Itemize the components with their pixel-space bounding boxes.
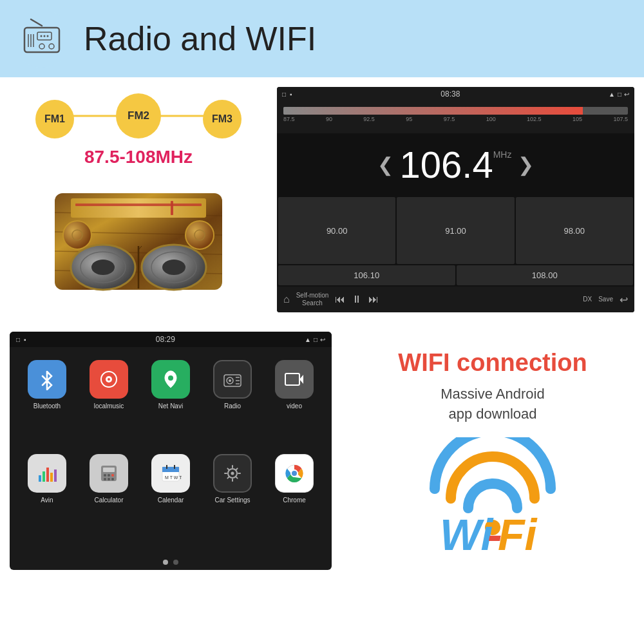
- status-right: ▲ □ ↩: [609, 91, 629, 98]
- preset-2[interactable]: 91.00: [397, 197, 514, 264]
- freq-next-arrow[interactable]: ❯: [518, 153, 534, 176]
- netnavi-label: Net Navi: [158, 402, 183, 410]
- localmusic-label: localmusic: [94, 402, 124, 410]
- android-wifi-icon: ▲: [305, 336, 311, 343]
- avin-label: Avin: [41, 497, 53, 504]
- svg-point-6: [41, 35, 43, 37]
- status-rect-icon: ▪: [290, 91, 292, 98]
- fm-section: FM1 FM2 FM3 87.5-108MHz: [0, 77, 277, 322]
- freq-indicator: [581, 107, 583, 115]
- fm3-bubble: FM3: [203, 100, 242, 138]
- home-button[interactable]: ⌂: [283, 294, 290, 305]
- svg-point-19: [63, 221, 91, 249]
- svg-line-0: [31, 19, 42, 26]
- calculator-icon: [90, 454, 128, 493]
- svg-rect-45: [46, 468, 49, 482]
- calendar-label: Calendar: [158, 497, 184, 504]
- svg-point-7: [44, 35, 46, 37]
- window-icon: □: [618, 91, 621, 98]
- wifi-title: WIFI connection: [398, 348, 587, 378]
- radio-ui-screen: □ ▪ 08:38 ▲ □ ↩ 87.5 90 92.5 95 97.5 1: [277, 87, 634, 312]
- app-item-chrome[interactable]: Chrome: [267, 454, 322, 542]
- status-time: 08:38: [440, 90, 460, 99]
- svg-rect-44: [43, 471, 45, 482]
- android-rect-icon: ▪: [24, 336, 26, 343]
- carsettings-icon: [213, 454, 252, 493]
- svg-point-52: [111, 474, 114, 477]
- app-item-carsettings[interactable]: Car Settings: [205, 454, 260, 542]
- app-item-calendar[interactable]: M T W T Calendar: [143, 454, 198, 542]
- app-item-localmusic[interactable]: localmusic: [81, 360, 137, 448]
- svg-rect-49: [103, 468, 115, 472]
- svg-point-53: [104, 478, 106, 480]
- frequency-display: ❮ 106.4 MHz ❯: [277, 133, 634, 196]
- dx-button[interactable]: DX: [583, 296, 592, 303]
- wifi-section: WIFI connection Massive Android app down…: [341, 322, 644, 580]
- svg-point-55: [111, 478, 114, 480]
- svg-point-51: [108, 474, 110, 477]
- freq-fill: [283, 107, 583, 115]
- control-bar: ⌂ Self-motionSearch ⏮ ⏸ ⏭ DX Save ↩: [277, 287, 634, 312]
- bottom-section: □ ▪ 08:29 ▲ □ ↩ Bluetooth: [0, 322, 644, 580]
- svg-text:Wi: Wi: [440, 510, 495, 553]
- app-item-radio[interactable]: Radio: [205, 360, 260, 448]
- back-button[interactable]: ↩: [620, 294, 628, 306]
- page-header: Radio and WIFI: [0, 0, 644, 77]
- fm2-bubble: FM2: [116, 93, 161, 138]
- play-pause-button[interactable]: ⏸: [352, 294, 362, 305]
- android-square-icon: □: [16, 336, 20, 343]
- dot-2: [173, 560, 178, 565]
- calculator-label: Calculator: [94, 497, 123, 504]
- freq-prev-arrow[interactable]: ❮: [377, 153, 393, 176]
- radio-icon-circle: [13, 10, 71, 68]
- carsettings-label: Car Settings: [214, 497, 250, 504]
- app-item-calculator[interactable]: Calculator: [81, 454, 137, 542]
- status-square-icon: □: [282, 91, 286, 98]
- preset-3[interactable]: 98.00: [516, 197, 633, 264]
- preset-bottom-grid: 106.10 108.00: [277, 265, 634, 287]
- svg-point-10: [49, 44, 54, 49]
- prev-button[interactable]: ⏮: [335, 294, 345, 305]
- svg-point-28: [162, 260, 185, 275]
- svg-rect-18: [171, 201, 173, 215]
- wifi-subtitle: Massive Android app download: [440, 384, 544, 424]
- signal-icon: ▲: [609, 91, 615, 98]
- app-item-avin[interactable]: Avin: [19, 454, 75, 542]
- svg-point-50: [104, 474, 106, 477]
- preset-4[interactable]: 106.10: [278, 265, 455, 285]
- preset-1[interactable]: 90.00: [278, 197, 395, 264]
- svg-point-33: [108, 378, 110, 381]
- android-icons-grid: Bluetooth localmusic Net Navi: [10, 347, 332, 554]
- app-item-bluetooth[interactable]: Bluetooth: [19, 360, 75, 448]
- save-button[interactable]: Save: [598, 296, 613, 303]
- fm1-bubble: FM1: [35, 100, 74, 138]
- svg-rect-57: [162, 467, 179, 472]
- video-label: video: [287, 402, 302, 410]
- android-status-bar: □ ▪ 08:29 ▲ □ ↩: [10, 332, 332, 347]
- fm-frequency-range: 87.5-108MHz: [84, 147, 193, 167]
- app-item-netnavi[interactable]: Net Navi: [143, 360, 198, 448]
- retro-radio-image: [48, 174, 229, 296]
- svg-point-9: [39, 44, 44, 49]
- svg-point-25: [91, 260, 115, 275]
- svg-point-37: [229, 379, 231, 382]
- localmusic-icon: [90, 360, 128, 399]
- preset-5[interactable]: 108.00: [457, 265, 634, 285]
- netnavi-icon: [151, 360, 190, 399]
- video-icon: [275, 360, 314, 399]
- svg-rect-41: [285, 374, 299, 385]
- svg-point-54: [108, 478, 110, 480]
- svg-point-62: [231, 472, 234, 475]
- wifi-svg: Wi - Fi: [428, 437, 557, 553]
- android-status-right: ▲ □ ↩: [305, 336, 325, 343]
- frequency-unit: MHz: [493, 149, 512, 160]
- back-icon: ↩: [624, 91, 629, 98]
- android-time: 08:29: [156, 335, 175, 344]
- next-button[interactable]: ⏭: [368, 294, 379, 305]
- radio-app-label: Radio: [224, 402, 241, 410]
- preset-grid: 90.00 91.00 98.00: [277, 196, 634, 265]
- app-item-video[interactable]: video: [267, 360, 322, 448]
- svg-text:Fi: Fi: [498, 510, 538, 553]
- self-motion-button[interactable]: Self-motionSearch: [296, 292, 329, 307]
- screen-status-bar: □ ▪ 08:38 ▲ □ ↩: [277, 87, 634, 101]
